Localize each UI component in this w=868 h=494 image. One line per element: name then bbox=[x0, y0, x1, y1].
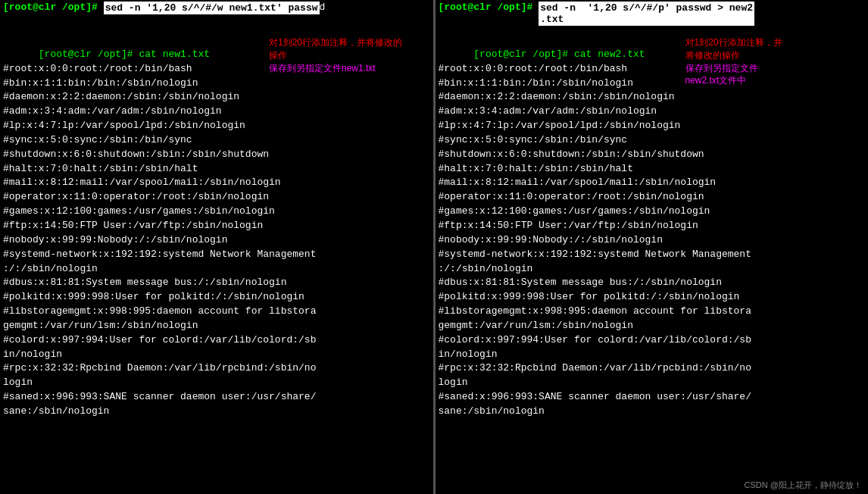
left-command-highlight: sed -n '1,20 s/^/#/w new1.txt' passw bbox=[104, 2, 320, 14]
right-line-14: #systemd-network:x:192:192:systemd Netwo… bbox=[439, 249, 751, 274]
right-line-6: #sync:x:5:0:sync:/sbin:/bin/sync bbox=[439, 134, 628, 145]
left-command-suffix: d bbox=[320, 2, 326, 13]
right-line-7: #shutdown:x:6:0:shutdown:/sbin:/sbin/shu… bbox=[439, 149, 704, 160]
left-line-20: #saned:x:996:993:SANE scanner daemon use… bbox=[3, 391, 316, 417]
right-command-bar: [root@clr /opt]# sed -n '1,20 s/^/#/p' p… bbox=[436, 0, 869, 32]
left-panel: [root@clr /opt]# sed -n '1,20 s/^/#/w ne… bbox=[0, 0, 436, 494]
right-line-10: #operator:x:11:0:operator:/root:/sbin/no… bbox=[439, 191, 704, 202]
right-line-13: #nobody:x:99:99:Nobody:/:/sbin/nologin bbox=[439, 234, 663, 245]
right-line-19: #rpc:x:32:32:Rpcbind Daemon:/var/lib/rpc… bbox=[439, 362, 751, 388]
left-line-17: #libstoragemgmt:x:998:995:daemon account… bbox=[3, 305, 316, 331]
left-line-1: #root:x:0:0:root:/root:/bin/bash bbox=[3, 63, 192, 74]
right-line-2: #bin:x:1:1:bin:/bin:/sbin/nologin bbox=[439, 77, 633, 89]
left-line-18: #colord:x:997:994:User for colord:/var/l… bbox=[3, 334, 316, 360]
left-terminal-content: [root@clr /opt]# cat new1.txt #root:x:0:… bbox=[0, 32, 433, 494]
left-line-10: #operator:x:11:0:operator:/root:/sbin/no… bbox=[3, 191, 269, 202]
right-line-17: #libstoragemgmt:x:998:995:daemon account… bbox=[439, 305, 751, 331]
left-line-16: #polkitd:x:999:998:User for polkitd:/:/s… bbox=[3, 291, 304, 302]
left-line-13: #nobody:x:99:99:Nobody:/:/sbin/nologin bbox=[3, 234, 227, 245]
terminal-container: [root@clr /opt]# sed -n '1,20 s/^/#/w ne… bbox=[0, 0, 868, 494]
right-line-5: #lp:x:4:7:lp:/var/spool/lpd:/sbin/nologi… bbox=[439, 120, 681, 131]
right-line-20: #saned:x:996:993:SANE scanner daemon use… bbox=[439, 391, 751, 417]
left-command-bar: [root@clr /opt]# sed -n '1,20 s/^/#/w ne… bbox=[0, 0, 433, 32]
right-line-16: #polkitd:x:999:998:User for polkitd:/:/s… bbox=[439, 291, 740, 302]
left-annotation: 对1到20行添加注释，并将修改的操作 保存到另指定文件new1.txt bbox=[269, 36, 409, 74]
right-line-11: #games:x:12:100:games:/usr/games:/sbin/n… bbox=[439, 205, 710, 217]
right-annotation: 对1到20行添加注释，并将修改的操作 保存到另指定文件new2.txt文件中 bbox=[685, 36, 829, 87]
right-prompt: [root@clr /opt]# bbox=[439, 2, 533, 13]
left-line-0: [root@clr /opt]# cat new1.txt bbox=[39, 48, 210, 60]
left-line-15: #dbus:x:81:81:System message bus:/:/sbin… bbox=[3, 277, 286, 288]
right-line-9: #mail:x:8:12:mail:/var/spool/mail:/sbin/… bbox=[439, 177, 717, 188]
right-line-15: #dbus:x:81:81:System message bus:/:/sbin… bbox=[439, 277, 722, 288]
left-line-9: #mail:x:8:12:mail:/var/spool/mail:/sbin/… bbox=[3, 177, 281, 188]
left-prompt: [root@clr /opt]# bbox=[3, 2, 98, 13]
left-line-6: #sync:x:5:0:sync:/sbin:/bin/sync bbox=[3, 134, 192, 145]
left-line-19: #rpc:x:32:32:Rpcbind Daemon:/var/lib/rpc… bbox=[3, 362, 316, 388]
right-line-4: #adm:x:3:4:adm:/var/adm:/sbin/nologin bbox=[439, 105, 657, 117]
left-line-8: #halt:x:7:0:halt:/sbin:/sbin/halt bbox=[3, 163, 198, 174]
left-line-11: #games:x:12:100:games:/usr/games:/sbin/n… bbox=[3, 205, 275, 217]
right-panel: [root@clr /opt]# sed -n '1,20 s/^/#/p' p… bbox=[436, 0, 869, 494]
right-terminal-content: [root@clr /opt]# cat new2.txt #root:x:0:… bbox=[436, 32, 869, 494]
right-line-1: #root:x:0:0:root:/root:/bin/bash bbox=[439, 63, 628, 74]
left-line-5: #lp:x:4:7:lp:/var/spool/lpd:/sbin/nologi… bbox=[3, 120, 245, 131]
right-command-highlight: sed -n '1,20 s/^/#/p' passwd > new2 .txt bbox=[539, 2, 754, 26]
right-line-8: #halt:x:7:0:halt:/sbin:/sbin/halt bbox=[439, 163, 633, 174]
right-line-18: #colord:x:997:994:User for colord:/var/l… bbox=[439, 334, 751, 360]
left-line-7: #shutdown:x:6:0:shutdown:/sbin:/sbin/shu… bbox=[3, 149, 269, 160]
left-line-4: #adm:x:3:4:adm:/var/adm:/sbin/nologin bbox=[3, 105, 222, 117]
left-line-2: #bin:x:1:1:bin:/bin:/sbin/nologin bbox=[3, 77, 198, 89]
right-line-3: #daemon:x:2:2:daemon:/sbin:/sbin/nologin bbox=[439, 91, 675, 102]
left-line-3: #daemon:x:2:2:daemon:/sbin:/sbin/nologin bbox=[3, 91, 239, 102]
watermark: CSDN @阳上花开，静待绽放！ bbox=[745, 480, 862, 491]
left-line-12: #ftp:x:14:50:FTP User:/var/ftp:/sbin/nol… bbox=[3, 220, 263, 231]
right-command-hash bbox=[532, 2, 539, 13]
right-line-0: [root@clr /opt]# cat new2.txt bbox=[473, 48, 645, 60]
right-line-12: #ftp:x:14:50:FTP User:/var/ftp:/sbin/nol… bbox=[439, 220, 698, 231]
left-line-14: #systemd-network:x:192:192:systemd Netwo… bbox=[3, 249, 316, 274]
left-command-hash bbox=[98, 2, 104, 13]
